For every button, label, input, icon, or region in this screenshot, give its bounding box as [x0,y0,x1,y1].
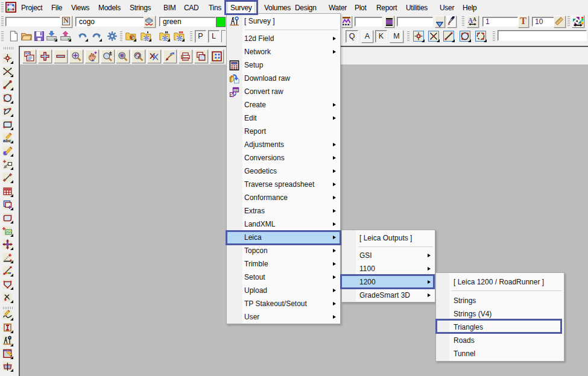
svg-text:A: A [473,16,476,22]
svg-text:abc: abc [3,138,11,143]
